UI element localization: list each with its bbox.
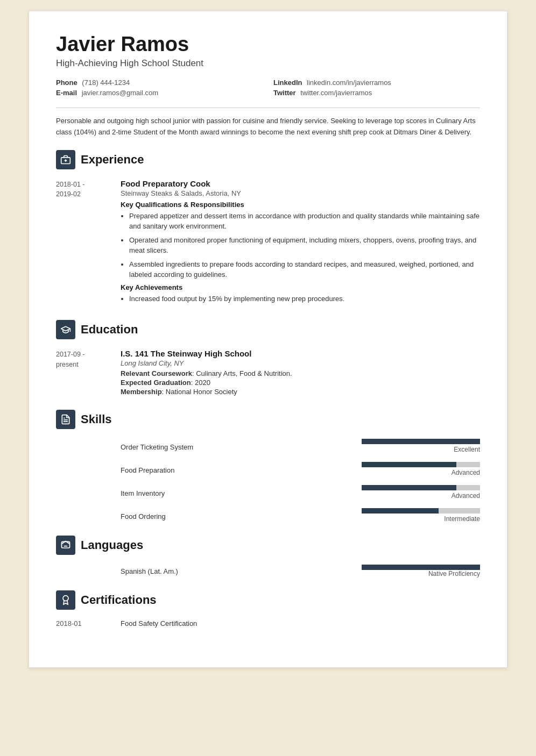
header-divider [56, 108, 480, 108]
coursework-value: Culinary Arts, Food & Nutrition. [196, 369, 292, 377]
lang-bar-container-0: Native Proficiency [362, 565, 480, 577]
cert-entry-0: 2018-01 Food Safety Certification [56, 619, 480, 627]
candidate-title: High-Achieving High School Student [56, 58, 480, 69]
certifications-section: Certifications 2018-01 Food Safety Certi… [56, 590, 480, 627]
skill-level-1: Advanced [452, 469, 480, 476]
lang-bar-fill-0 [362, 565, 480, 570]
header-section: Javier Ramos High-Achieving High School … [56, 33, 480, 138]
exp-content-0: Food Preparatory Cook Steinway Steaks & … [121, 179, 480, 308]
edu-membership: Membership: National Honor Society [121, 388, 480, 396]
skill-level-3: Intermediate [444, 515, 480, 523]
skill-bar-fill-2 [362, 485, 456, 490]
summary-text: Personable and outgoing high school juni… [56, 116, 480, 138]
education-title: Education [81, 323, 138, 337]
lang-bar-wrap-0 [362, 565, 480, 570]
languages-header: Languages [56, 536, 480, 557]
skill-bar-fill-0 [362, 439, 480, 444]
membership-label: Membership [121, 388, 162, 396]
experience-section: Experience 2018-01 -2019-02 Food Prepara… [56, 150, 480, 308]
contact-grid: Phone (718) 444-1234 LinkedIn linkedin.c… [56, 79, 480, 97]
achievements-heading: Key Achievements [121, 283, 480, 291]
lang-level-0: Native Proficiency [428, 570, 480, 577]
phone-label: Phone [56, 79, 77, 87]
experience-header: Experience [56, 150, 480, 172]
lang-row-0: Spanish (Lat. Am.) Native Proficiency [56, 565, 480, 577]
edu-date-0: 2017-09 -present [56, 349, 115, 397]
skill-row-2: Item Inventory Advanced [56, 485, 480, 500]
skills-title: Skills [81, 412, 111, 426]
exp-date-0: 2018-01 -2019-02 [56, 179, 115, 308]
skill-level-2: Advanced [452, 492, 480, 500]
achievements-list: Increased food output by 15% by implemen… [121, 294, 480, 304]
email-label: E-mail [56, 89, 77, 97]
cert-name-0: Food Safety Certification [121, 619, 480, 627]
qualification-1: Operated and monitored proper functionin… [129, 235, 480, 256]
resume-container: Javier Ramos High-Achieving High School … [29, 11, 507, 668]
graduation-value: 2020 [195, 379, 210, 387]
certifications-header: Certifications [56, 590, 480, 612]
membership-value: National Honor Society [166, 388, 237, 396]
linkedin-contact: LinkedIn linkedin.com/in/javierramos [273, 79, 480, 87]
qualifications-heading: Key Qualifications & Responsibilities [121, 201, 480, 209]
skill-bar-container-2: Advanced [362, 485, 480, 500]
skill-bar-wrap-2 [362, 485, 480, 490]
language-rows: Spanish (Lat. Am.) Native Proficiency [56, 565, 480, 577]
experience-title: Experience [81, 153, 144, 167]
cert-date-0: 2018-01 [56, 619, 115, 627]
lang-name-0: Spanish (Lat. Am.) [121, 567, 356, 577]
candidate-name: Javier Ramos [56, 33, 480, 56]
qualifications-list: Prepared appetizer and dessert items in … [121, 211, 480, 280]
education-entry-0: 2017-09 -present I.S. 141 The Steinway H… [56, 349, 480, 397]
certifications-icon [56, 590, 75, 610]
edu-graduation: Expected Graduation: 2020 [121, 379, 480, 387]
edu-location-0: Long Island City, NY [121, 359, 480, 367]
email-value: javier.ramos@gmail.com [82, 89, 159, 97]
education-section: Education 2017-09 -present I.S. 141 The … [56, 320, 480, 397]
experience-entry-0: 2018-01 -2019-02 Food Preparatory Cook S… [56, 179, 480, 308]
skill-level-0: Excellent [454, 446, 480, 453]
education-icon [56, 320, 75, 339]
linkedin-value: linkedin.com/in/javierramos [307, 79, 391, 87]
email-contact: E-mail javier.ramos@gmail.com [56, 89, 263, 97]
languages-section: Languages Spanish (Lat. Am.) Native Prof… [56, 536, 480, 577]
skills-rows: Order Ticketing System Excellent Food Pr… [56, 439, 480, 523]
skill-row-3: Food Ordering Intermediate [56, 508, 480, 523]
qualification-2: Assembled ingredients to prepare foods a… [129, 259, 480, 280]
skill-bar-fill-1 [362, 462, 456, 467]
skills-icon [56, 410, 75, 429]
coursework-label: Relevant Coursework [121, 369, 192, 377]
certification-rows: 2018-01 Food Safety Certification [56, 619, 480, 627]
languages-icon [56, 536, 75, 555]
skill-bar-fill-3 [362, 508, 439, 513]
phone-contact: Phone (718) 444-1234 [56, 79, 263, 87]
experience-icon [56, 150, 75, 169]
skill-bar-wrap-3 [362, 508, 480, 513]
skill-bar-container-0: Excellent [362, 439, 480, 453]
skills-header: Skills [56, 410, 480, 431]
certifications-title: Certifications [81, 593, 157, 607]
skill-bar-container-3: Intermediate [362, 508, 480, 523]
skill-name-1: Food Preparation [121, 466, 356, 476]
skill-bar-wrap-1 [362, 462, 480, 467]
graduation-label: Expected Graduation [121, 379, 191, 387]
twitter-value: twitter.com/javierramos [300, 89, 372, 97]
phone-value: (718) 444-1234 [82, 79, 130, 87]
skill-name-2: Item Inventory [121, 489, 356, 500]
job-title-0: Food Preparatory Cook [121, 179, 480, 188]
edu-content-0: I.S. 141 The Steinway High School Long I… [121, 349, 480, 397]
twitter-contact: Twitter twitter.com/javierramos [273, 89, 480, 97]
company-0: Steinway Steaks & Salads, Astoria, NY [121, 189, 480, 197]
skill-bar-container-1: Advanced [362, 462, 480, 476]
skill-row-0: Order Ticketing System Excellent [56, 439, 480, 453]
skill-bar-wrap-0 [362, 439, 480, 444]
linkedin-label: LinkedIn [273, 79, 302, 87]
twitter-label: Twitter [273, 89, 296, 97]
skills-section: Skills Order Ticketing System Excellent … [56, 410, 480, 523]
achievement-0: Increased food output by 15% by implemen… [129, 294, 480, 304]
education-header: Education [56, 320, 480, 341]
skill-row-1: Food Preparation Advanced [56, 462, 480, 476]
edu-coursework: Relevant Coursework: Culinary Arts, Food… [121, 369, 480, 377]
skill-name-0: Order Ticketing System [121, 443, 356, 453]
edu-school-0: I.S. 141 The Steinway High School [121, 349, 480, 358]
languages-title: Languages [81, 538, 143, 552]
